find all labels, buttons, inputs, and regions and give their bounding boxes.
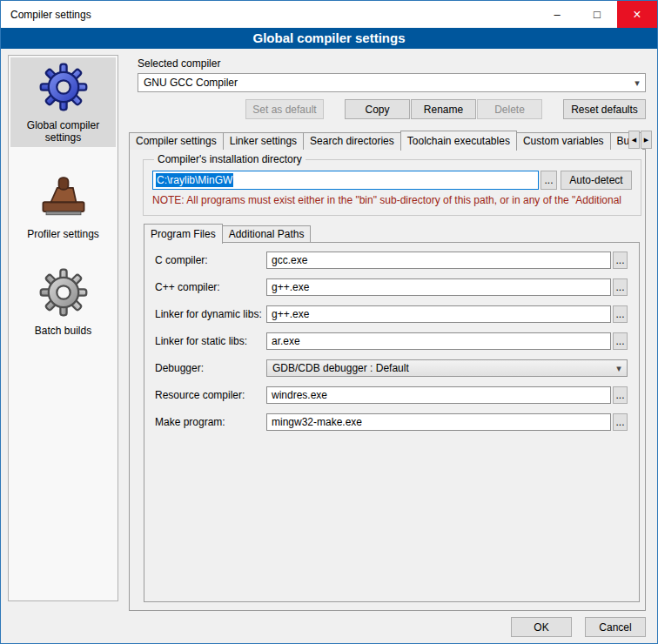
linker-static-browse-button[interactable]: ...	[613, 332, 628, 350]
cpp-compiler-input[interactable]: g++.exe	[266, 278, 611, 296]
linker-dynamic-browse-button[interactable]: ...	[613, 305, 628, 323]
dialog-header: Global compiler settings	[1, 28, 657, 49]
minimize-button[interactable]: –	[537, 1, 577, 28]
linker-dynamic-label: Linker for dynamic libs:	[155, 308, 266, 320]
tab-additional-paths[interactable]: Additional Paths	[222, 225, 312, 243]
installation-directory-row: C:\raylib\MinGW ... Auto-detect	[152, 171, 632, 190]
resource-compiler-row: Resource compiler: windres.exe ...	[155, 386, 639, 404]
linker-dynamic-row: Linker for dynamic libs: g++.exe ...	[155, 305, 639, 323]
set-as-default-button[interactable]: Set as default	[245, 99, 324, 119]
c-compiler-browse-button[interactable]: ...	[613, 252, 628, 269]
window-title: Compiler settings	[1, 9, 91, 21]
selected-compiler-value: GNU GCC Compiler	[144, 77, 629, 89]
make-program-browse-button[interactable]: ...	[613, 413, 628, 431]
c-compiler-value: gcc.exe	[272, 254, 307, 266]
debugger-select[interactable]: GDB/CDB debugger : Default ▾	[266, 359, 628, 377]
c-compiler-label: C compiler:	[155, 254, 266, 266]
tab-linker-settings[interactable]: Linker settings	[223, 132, 304, 150]
installation-directory-group-title: Compiler's installation directory	[154, 153, 306, 165]
resource-compiler-browse-button[interactable]: ...	[613, 386, 628, 404]
tab-program-files[interactable]: Program Files	[144, 224, 223, 244]
install-dir-selected-text: C:\raylib\MinGW	[156, 173, 233, 187]
installation-directory-group: Compiler's installation directory C:\ray…	[143, 153, 641, 216]
chevron-down-icon: ▾	[629, 77, 645, 89]
c-compiler-input[interactable]: gcc.exe	[266, 252, 611, 269]
window-controls: – □ ×	[537, 1, 657, 28]
selected-compiler-select[interactable]: GNU GCC Compiler ▾	[138, 73, 646, 92]
compiler-settings-tabstrip: Compiler settings Linker settings Search…	[129, 130, 642, 150]
debugger-value: GDB/CDB debugger : Default	[272, 362, 611, 374]
cpp-compiler-browse-button[interactable]: ...	[613, 278, 628, 296]
linker-dynamic-input[interactable]: g++.exe	[266, 305, 611, 323]
program-files-tabstrip: Program Files Additional Paths	[144, 224, 310, 243]
linker-static-label: Linker for static libs:	[155, 335, 266, 347]
c-compiler-row: C compiler: gcc.exe ...	[155, 252, 639, 269]
linker-static-input[interactable]: ar.exe	[266, 332, 611, 350]
ok-button[interactable]: OK	[511, 617, 572, 637]
compiler-settings-window: Compiler settings – □ × Global compiler …	[0, 0, 658, 644]
rename-button[interactable]: Rename	[411, 99, 476, 119]
sidebar-item-label: Global compiler settings	[12, 119, 114, 144]
tab-search-directories[interactable]: Search directories	[303, 132, 401, 150]
sidebar-item-label: Batch builds	[12, 325, 114, 337]
make-program-input[interactable]: mingw32-make.exe	[266, 413, 611, 431]
sidebar-item-profiler-settings[interactable]: Profiler settings	[10, 166, 116, 244]
resource-compiler-input[interactable]: windres.exe	[266, 386, 611, 404]
install-dir-input[interactable]: C:\raylib\MinGW	[152, 171, 539, 190]
program-files-page: C compiler: gcc.exe ... C++ compiler: g+…	[144, 242, 640, 602]
cpp-compiler-value: g++.exe	[272, 281, 309, 293]
delete-button[interactable]: Delete	[477, 99, 542, 119]
reset-defaults-button[interactable]: Reset defaults	[563, 99, 646, 119]
tab-scroll-right-button[interactable]: ▶	[641, 131, 652, 149]
make-program-row: Make program: mingw32-make.exe ...	[155, 413, 639, 431]
resource-compiler-label: Resource compiler:	[155, 389, 266, 401]
auto-detect-button[interactable]: Auto-detect	[561, 171, 632, 190]
blue-gear-icon	[12, 62, 114, 116]
selected-compiler-label: Selected compiler	[138, 57, 220, 70]
tab-custom-variables[interactable]: Custom variables	[516, 132, 611, 150]
settings-category-list: Global compiler settings Profiler settin…	[8, 55, 118, 601]
make-program-value: mingw32-make.exe	[272, 416, 362, 428]
sidebar-item-label: Profiler settings	[12, 228, 114, 240]
cpp-compiler-label: C++ compiler:	[155, 281, 266, 293]
bin-subdirectory-note: NOTE: All programs must exist either in …	[152, 194, 630, 206]
copy-button[interactable]: Copy	[345, 99, 410, 119]
titlebar[interactable]: Compiler settings – □ ×	[1, 1, 657, 28]
cancel-button[interactable]: Cancel	[585, 617, 646, 637]
tab-toolchain-executables[interactable]: Toolchain executables	[400, 131, 517, 151]
sidebar-item-batch-builds[interactable]: Batch builds	[10, 263, 116, 340]
sidebar-item-global-compiler-settings[interactable]: Global compiler settings	[10, 57, 116, 147]
make-program-label: Make program:	[155, 416, 266, 428]
linker-dynamic-value: g++.exe	[272, 308, 309, 320]
chevron-down-icon: ▾	[611, 363, 627, 374]
maximize-button[interactable]: □	[577, 1, 617, 28]
tab-scroll-left-button[interactable]: ◀	[628, 131, 640, 149]
cpp-compiler-row: C++ compiler: g++.exe ...	[155, 278, 639, 296]
toolchain-executables-page: Compiler's installation directory C:\ray…	[129, 149, 646, 611]
debugger-row: Debugger: GDB/CDB debugger : Default ▾	[155, 359, 639, 377]
resource-compiler-value: windres.exe	[272, 389, 327, 401]
linker-static-row: Linker for static libs: ar.exe ...	[155, 332, 639, 350]
install-dir-browse-button[interactable]: ...	[540, 171, 557, 190]
gray-gear-icon	[12, 267, 114, 321]
tab-compiler-settings[interactable]: Compiler settings	[129, 132, 224, 150]
profiler-tool-icon	[12, 171, 114, 225]
close-button[interactable]: ×	[617, 1, 657, 28]
debugger-label: Debugger:	[155, 362, 266, 374]
linker-static-value: ar.exe	[272, 335, 300, 347]
